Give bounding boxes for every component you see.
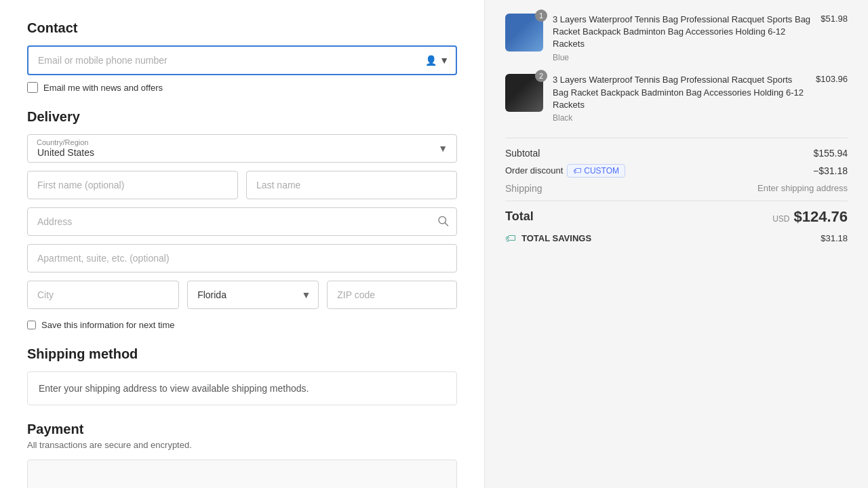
tag-icon: 🏷: [573, 166, 581, 176]
order-summary-panel: 1 3 Layers Waterproof Tennis Bag Profess…: [485, 0, 868, 488]
grand-total-amount: USD $124.76: [772, 208, 848, 226]
svg-line-1: [445, 223, 448, 226]
newsletter-label: Email me with news and offers: [43, 83, 163, 93]
apt-input[interactable]: [27, 244, 457, 272]
item-1-badge: 1: [535, 9, 547, 22]
savings-tag-icon: 🏷: [505, 232, 516, 245]
shipping-row: Shipping Enter shipping address: [505, 183, 848, 194]
state-select[interactable]: Florida: [187, 281, 319, 309]
item-2-badge: 2: [535, 70, 547, 82]
address-input[interactable]: [27, 207, 457, 236]
order-items-list: 1 3 Layers Waterproof Tennis Bag Profess…: [505, 14, 848, 124]
email-input[interactable]: [28, 47, 425, 74]
last-name-input[interactable]: [246, 171, 457, 199]
state-wrapper: Florida ▼: [187, 281, 319, 309]
shipping-value: Enter shipping address: [757, 183, 848, 193]
delivery-title: Delivery: [27, 109, 457, 125]
email-icon-area[interactable]: 👤 ▼: [425, 55, 456, 66]
email-input-wrapper: 👤 ▼: [27, 45, 457, 75]
first-name-input[interactable]: [27, 171, 238, 199]
shipping-info-box: Enter your shipping address to view avai…: [27, 371, 457, 405]
total-savings-row: 🏷 TOTAL SAVINGS $31.18: [505, 232, 848, 245]
item-2-color: Black: [553, 113, 806, 124]
grand-total-row: Total USD $124.76: [505, 201, 848, 226]
delivery-section: Delivery Country/Region United States ▼: [27, 109, 457, 330]
item-2-title: 3 Layers Waterproof Tennis Bag Professio…: [553, 74, 806, 111]
discount-code: CUSTOM: [584, 166, 619, 176]
save-info-checkbox[interactable]: [27, 321, 36, 329]
checkout-left-panel: Contact 👤 ▼ Email me with news and offer…: [0, 0, 485, 488]
apt-wrapper: [27, 244, 457, 272]
shipping-section: Shipping method Enter your shipping addr…: [27, 346, 457, 405]
newsletter-row: Email me with news and offers: [27, 82, 457, 93]
shipping-title: Shipping method: [27, 346, 457, 362]
item-2-price: $103.96: [816, 74, 848, 84]
total-label: Total: [505, 209, 534, 224]
save-info-label: Save this information for next time: [41, 320, 175, 330]
payment-subtitle: All transactions are secure and encrypte…: [27, 440, 457, 450]
order-item: 2 3 Layers Waterproof Tennis Bag Profess…: [505, 74, 848, 123]
discount-value: −$31.18: [813, 165, 848, 176]
contact-title: Contact: [27, 20, 457, 36]
country-select[interactable]: United States: [27, 134, 457, 163]
item-1-title: 3 Layers Waterproof Tennis Bag Professio…: [553, 14, 811, 51]
item-2-details: 3 Layers Waterproof Tennis Bag Professio…: [553, 74, 806, 123]
shipping-label: Shipping: [505, 183, 542, 194]
zip-input[interactable]: [327, 281, 457, 309]
search-icon: [437, 215, 449, 229]
order-totals: Subtotal $155.94 Order discount 🏷 CUSTOM…: [505, 138, 848, 245]
discount-label: Order discount: [505, 165, 563, 176]
subtotal-row: Subtotal $155.94: [505, 148, 848, 159]
country-wrapper: Country/Region United States ▼: [27, 134, 457, 163]
order-item: 1 3 Layers Waterproof Tennis Bag Profess…: [505, 14, 848, 63]
country-label: Country/Region: [37, 138, 88, 146]
city-state-zip-row: Florida ▼: [27, 281, 457, 309]
savings-label: TOTAL SAVINGS: [521, 233, 591, 243]
payment-section: Payment All transactions are secure and …: [27, 422, 457, 488]
item-1-image-wrapper: 1: [505, 14, 543, 52]
item-1-price: $51.98: [821, 14, 848, 24]
save-info-row: Save this information for next time: [27, 320, 457, 330]
item-2-image-wrapper: 2: [505, 74, 543, 112]
payment-title: Payment: [27, 422, 457, 437]
name-row: [27, 171, 457, 199]
address-wrapper: [27, 207, 457, 236]
contact-section: Contact 👤 ▼ Email me with news and offer…: [27, 20, 457, 93]
payment-box: 💳 ! This store can't accept payments rig…: [27, 460, 457, 488]
discount-row: Order discount 🏷 CUSTOM −$31.18: [505, 164, 848, 178]
shipping-info-text: Enter your shipping address to view avai…: [39, 383, 309, 394]
city-input[interactable]: [27, 281, 179, 309]
chevron-down-icon: ▼: [439, 55, 449, 66]
total-value: $124.76: [793, 208, 848, 226]
discount-tag: Order discount 🏷 CUSTOM: [505, 164, 625, 178]
subtotal-label: Subtotal: [505, 148, 540, 159]
total-currency: USD: [772, 214, 789, 224]
savings-value: $31.18: [821, 233, 848, 243]
subtotal-value: $155.94: [813, 148, 848, 159]
newsletter-checkbox[interactable]: [27, 82, 38, 93]
item-1-color: Blue: [553, 52, 811, 64]
item-1-details: 3 Layers Waterproof Tennis Bag Professio…: [553, 14, 811, 63]
contact-icon: 👤: [425, 55, 437, 66]
discount-badge: 🏷 CUSTOM: [567, 164, 625, 178]
